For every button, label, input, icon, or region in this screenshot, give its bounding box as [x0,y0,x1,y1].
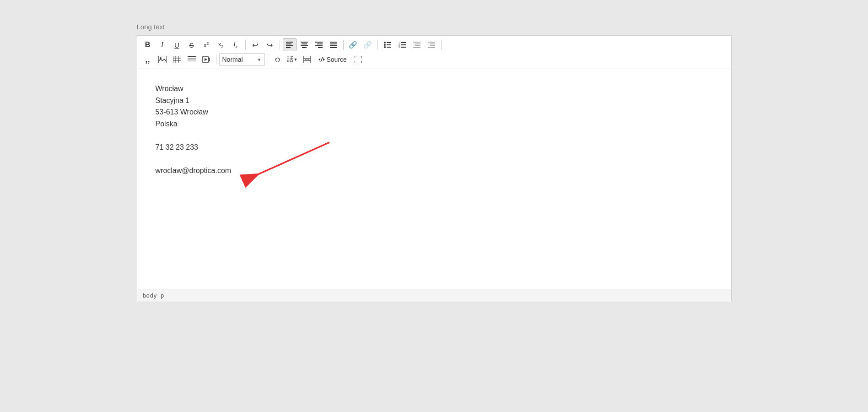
svg-rect-10 [315,45,323,46]
align-right-icon [315,42,323,48]
numbered-list-icon: 1. 2. 3. [399,42,406,48]
redo-button[interactable]: ↪ [263,38,277,51]
separator-7 [268,54,268,65]
blockquote-button[interactable]: ,, [141,53,155,66]
svg-rect-46 [188,58,196,59]
align-center-button[interactable] [297,38,311,51]
align-justify-button[interactable] [327,38,340,51]
table-button[interactable] [170,53,184,66]
svg-point-18 [384,44,386,46]
special-char-button[interactable]: Ω [271,53,285,66]
svg-rect-6 [301,45,308,46]
svg-rect-28 [413,42,421,43]
separator-3 [343,40,344,50]
content-line-6: wroclaw@droptica.com [156,165,713,177]
content-line-3: 53-613 Wrocław [156,106,713,118]
format-select[interactable]: Normal ▼ [219,53,265,66]
align-left-icon [286,42,293,48]
svg-rect-19 [387,44,391,45]
unlink-button[interactable]: 🔗 [361,38,375,51]
svg-rect-48 [188,60,196,60]
subscript-button[interactable]: x2 [214,38,228,51]
svg-rect-3 [286,47,291,48]
svg-marker-32 [413,44,415,45]
svg-rect-15 [330,47,337,48]
horizontal-rule-button[interactable] [185,53,199,66]
separator-6 [216,54,216,65]
underline-button[interactable]: U [170,38,184,51]
editor-toolbar: B I U S x2 x2 [137,36,731,69]
link-button[interactable]: 🔗 [346,38,360,51]
svg-rect-8 [315,42,323,43]
toolbar-row-2: ,, [141,53,728,66]
svg-rect-4 [301,42,308,43]
svg-rect-2 [286,45,293,46]
svg-rect-12 [330,42,337,43]
undo-button[interactable]: ↩ [248,38,262,51]
fullscreen-button[interactable] [351,53,365,66]
align-justify-icon [330,42,337,48]
svg-point-20 [384,46,386,48]
source-icon [318,56,325,63]
italic-button[interactable]: I [156,38,169,51]
hr-icon [188,56,196,63]
svg-rect-33 [428,42,435,43]
media-icon [202,56,210,63]
image-icon [158,56,167,63]
svg-rect-14 [330,45,337,46]
page-wrapper: Long text B I U S [0,9,868,412]
numbered-list-button[interactable]: 1. 2. 3. [395,38,409,51]
source-label: Source [327,56,347,63]
footer-tag-p: p [161,292,164,299]
align-center-icon [301,42,308,48]
strikethrough-button[interactable]: S [185,38,199,51]
svg-point-16 [384,42,386,43]
page-break-button[interactable] [300,53,314,66]
indent-button[interactable] [425,38,438,51]
svg-rect-11 [318,47,323,48]
svg-rect-13 [330,43,337,44]
table-icon [173,56,181,63]
svg-rect-34 [430,43,435,44]
svg-marker-58 [318,58,320,61]
align-left-button[interactable] [283,38,297,51]
svg-rect-30 [415,45,421,46]
svg-rect-29 [415,43,421,44]
svg-rect-45 [188,56,196,57]
content-line-5: 71 32 23 233 [156,141,713,153]
superscript-button[interactable]: x2 [199,38,213,51]
svg-rect-49 [188,61,196,61]
remove-format-button[interactable]: Ix [229,38,243,51]
source-button[interactable]: Source [315,53,350,66]
language-char-button[interactable]: 話 ▼ [286,53,299,66]
svg-marker-59 [323,58,325,61]
align-right-button[interactable] [312,38,326,51]
editor-content-area[interactable]: Wrocław Stacyjna 1 53-613 Wrocław Polska… [137,69,731,289]
rich-text-editor: B I U S x2 x2 [137,35,732,302]
bold-button[interactable]: B [141,38,155,51]
footer-tag-body: body [143,292,157,299]
svg-rect-38 [158,56,167,63]
format-select-arrow-icon: ▼ [257,57,262,62]
outdent-button[interactable] [410,38,424,51]
separator-4 [377,40,378,50]
svg-rect-31 [413,47,421,48]
content-line-1: Wrocław [156,83,713,95]
media-button[interactable] [199,53,213,66]
svg-rect-1 [286,43,291,44]
svg-marker-51 [205,58,207,61]
svg-rect-40 [173,56,181,63]
bullet-list-button[interactable] [381,38,394,51]
image-button[interactable] [156,53,169,66]
svg-rect-35 [430,45,435,46]
content-line-4: Polska [156,118,713,130]
main-content: Long text B I U S [137,23,732,302]
svg-rect-56 [303,60,311,63]
blank-line-2 [156,153,713,165]
separator-5 [441,40,442,50]
svg-rect-9 [317,43,323,44]
svg-text:3.: 3. [399,46,400,48]
svg-rect-21 [387,47,391,48]
svg-rect-47 [188,59,196,60]
svg-rect-27 [401,47,406,48]
